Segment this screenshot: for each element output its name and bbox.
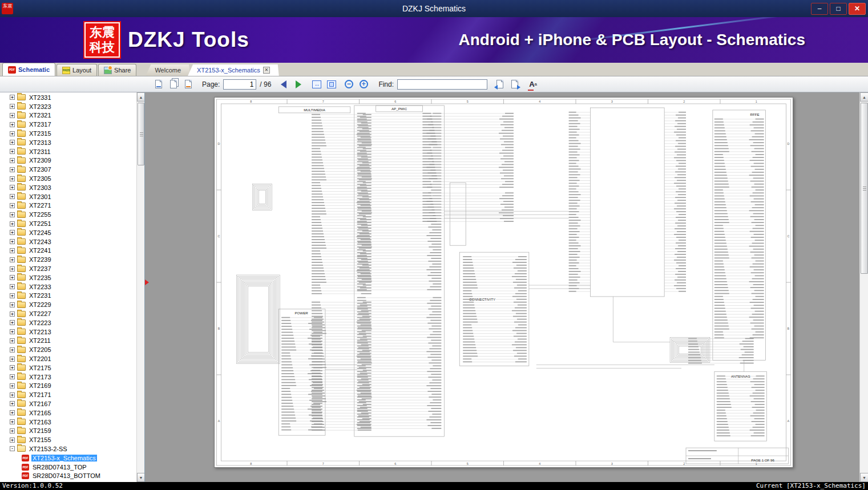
single-page-view-button[interactable] bbox=[153, 79, 164, 90]
expand-toggle-icon[interactable]: + bbox=[10, 338, 15, 343]
tree-folder[interactable]: +XT2245 bbox=[0, 228, 136, 237]
tree-folder[interactable]: +XT2233 bbox=[0, 282, 136, 291]
expand-toggle-icon[interactable]: + bbox=[10, 293, 15, 298]
expand-toggle-icon[interactable]: + bbox=[10, 419, 15, 424]
multi-page-view-button[interactable] bbox=[168, 79, 179, 90]
expand-toggle-icon[interactable]: + bbox=[10, 113, 15, 118]
expand-toggle-icon[interactable]: + bbox=[10, 329, 15, 334]
find-input[interactable] bbox=[397, 79, 487, 90]
tree-folder[interactable]: +XT2251 bbox=[0, 219, 136, 228]
zoom-out-button[interactable]: − bbox=[343, 79, 354, 90]
find-next-button[interactable] bbox=[509, 79, 520, 90]
tab-share[interactable]: Share bbox=[98, 64, 136, 76]
tree-folder[interactable]: +XT2171 bbox=[0, 390, 136, 399]
expand-toggle-icon[interactable]: + bbox=[10, 140, 15, 145]
doc-tab-welcome[interactable]: Welcome bbox=[146, 64, 190, 76]
sidebar-scroll-up-icon[interactable]: ▲ bbox=[137, 92, 145, 102]
minimize-button[interactable]: – bbox=[811, 3, 828, 15]
tree-folder[interactable]: +XT2307 bbox=[0, 165, 136, 174]
main-scroll-up-icon[interactable]: ▲ bbox=[860, 92, 868, 102]
expand-toggle-icon[interactable]: + bbox=[10, 302, 15, 307]
expand-toggle-icon[interactable]: + bbox=[10, 149, 15, 154]
tree-folder[interactable]: +XT2223 bbox=[0, 318, 136, 327]
expand-toggle-icon[interactable]: + bbox=[10, 357, 15, 362]
next-page-button[interactable] bbox=[293, 79, 304, 90]
expand-toggle-icon[interactable]: + bbox=[10, 230, 15, 235]
expand-toggle-icon[interactable]: + bbox=[10, 410, 15, 415]
fit-width-button[interactable]: ↔ bbox=[311, 79, 322, 90]
close-button[interactable]: ✕ bbox=[849, 3, 866, 15]
expand-toggle-icon[interactable]: + bbox=[10, 284, 15, 289]
tree-folder[interactable]: +XT2163 bbox=[0, 418, 136, 427]
tree-folder[interactable]: -XT2153-2-SS bbox=[0, 444, 136, 453]
expand-toggle-icon[interactable]: + bbox=[10, 167, 15, 172]
tree-folder[interactable]: +XT2175 bbox=[0, 363, 136, 372]
tree-folder[interactable]: +XT2235 bbox=[0, 273, 136, 282]
expand-toggle-icon[interactable]: + bbox=[10, 383, 15, 388]
tree-folder[interactable]: +XT2155 bbox=[0, 435, 136, 444]
doc-tab-schematics[interactable]: XT2153-x_Schematics ✕ bbox=[188, 64, 279, 76]
tree-folder[interactable]: +XT2271 bbox=[0, 201, 136, 210]
tree-folder[interactable]: +XT2237 bbox=[0, 264, 136, 273]
expand-toggle-icon[interactable]: + bbox=[10, 176, 15, 181]
expand-toggle-icon[interactable]: + bbox=[10, 194, 15, 199]
tree-folder[interactable]: +XT2309 bbox=[0, 156, 136, 165]
expand-toggle-icon[interactable]: + bbox=[10, 401, 15, 406]
tree-file[interactable]: PDFSR28D07413_TOP bbox=[0, 463, 136, 472]
expand-toggle-icon[interactable]: + bbox=[10, 275, 15, 280]
expand-toggle-icon[interactable]: + bbox=[10, 131, 15, 136]
expand-toggle-icon[interactable]: + bbox=[10, 438, 15, 443]
expand-toggle-icon[interactable]: + bbox=[10, 347, 15, 353]
prev-page-button[interactable] bbox=[278, 79, 289, 90]
tree-folder[interactable]: +XT2255 bbox=[0, 210, 136, 219]
expand-toggle-icon[interactable]: + bbox=[10, 365, 15, 370]
sidebar-scrollbar[interactable]: ▲ ▼ bbox=[136, 92, 144, 482]
tree-folder[interactable]: +XT2229 bbox=[0, 300, 136, 309]
expand-toggle-icon[interactable]: + bbox=[10, 104, 15, 109]
expand-toggle-icon[interactable]: + bbox=[10, 239, 15, 244]
tree-folder[interactable]: +XT2159 bbox=[0, 426, 136, 435]
expand-toggle-icon[interactable]: + bbox=[10, 212, 15, 217]
tree-file[interactable]: PDFSR28D07413_BOTTOM bbox=[0, 471, 136, 480]
tree-folder[interactable]: +XT2305 bbox=[0, 174, 136, 183]
sidebar-scroll-thumb[interactable] bbox=[138, 103, 144, 165]
main-scroll-down-icon[interactable]: ▼ bbox=[860, 473, 868, 482]
tree-folder[interactable]: +XT2321 bbox=[0, 111, 136, 120]
tree-folder[interactable]: +XT2227 bbox=[0, 309, 136, 318]
expand-toggle-icon[interactable]: + bbox=[10, 185, 15, 190]
tree-folder[interactable]: +XT2313 bbox=[0, 138, 136, 147]
tree-folder[interactable]: +XT2211 bbox=[0, 337, 136, 346]
tree-file[interactable]: PDFXT2153-x_Schematics bbox=[0, 453, 136, 463]
collapse-toggle-icon[interactable]: - bbox=[10, 446, 15, 451]
expand-toggle-icon[interactable]: + bbox=[10, 428, 15, 434]
tree-folder[interactable]: +XT2317 bbox=[0, 120, 136, 129]
tree-folder[interactable]: +XT2315 bbox=[0, 129, 136, 138]
schematic-viewport[interactable]: 8877665544332211DDCCBBAAMULTIMEDIAAP_PMI… bbox=[145, 92, 868, 482]
tree-folder[interactable]: +XT2167 bbox=[0, 399, 136, 408]
page-input[interactable] bbox=[223, 79, 256, 90]
tree-folder[interactable]: +XT2331 bbox=[0, 93, 136, 102]
fit-page-button[interactable] bbox=[326, 79, 337, 90]
tree-folder[interactable]: +XT2213 bbox=[0, 327, 136, 337]
tree-folder[interactable]: +XT2239 bbox=[0, 255, 136, 264]
sidebar-collapse-arrow-icon[interactable] bbox=[145, 280, 149, 285]
tree-folder[interactable]: +XT2301 bbox=[0, 192, 136, 201]
close-tab-icon[interactable]: ✕ bbox=[263, 67, 270, 74]
expand-toggle-icon[interactable]: + bbox=[10, 392, 15, 398]
expand-toggle-icon[interactable]: + bbox=[10, 221, 15, 226]
tab-layout[interactable]: PADS Layout bbox=[56, 64, 97, 76]
tree-folder[interactable]: +XT2165 bbox=[0, 408, 136, 418]
expand-toggle-icon[interactable]: + bbox=[10, 203, 15, 208]
main-scrollbar[interactable]: ▲ ▼ bbox=[859, 92, 868, 482]
tree-folder[interactable]: +XT2243 bbox=[0, 237, 136, 246]
find-previous-button[interactable] bbox=[494, 79, 506, 90]
expand-toggle-icon[interactable]: + bbox=[10, 158, 15, 163]
expand-toggle-icon[interactable]: + bbox=[10, 95, 15, 100]
main-scroll-thumb[interactable] bbox=[861, 103, 868, 274]
expand-toggle-icon[interactable]: + bbox=[10, 311, 15, 317]
expand-toggle-icon[interactable]: + bbox=[10, 320, 15, 325]
expand-toggle-icon[interactable]: + bbox=[10, 257, 15, 262]
tree-folder[interactable]: +XT2323 bbox=[0, 102, 136, 111]
tree-folder[interactable]: +XT2303 bbox=[0, 183, 136, 192]
tree-folder[interactable]: +XT2311 bbox=[0, 147, 136, 156]
